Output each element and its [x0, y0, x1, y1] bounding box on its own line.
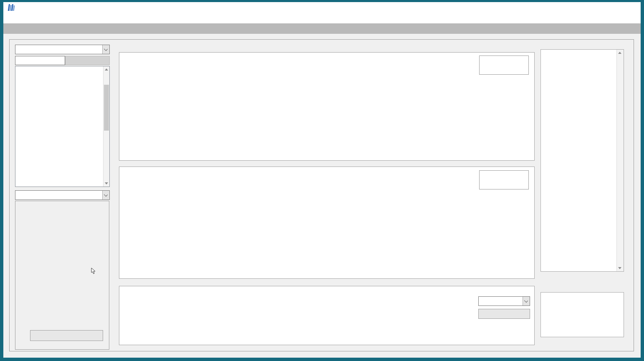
cursor-panel-scrollbar[interactable] — [616, 50, 624, 271]
chevron-down-icon[interactable] — [102, 191, 109, 199]
file-tree — [15, 66, 110, 187]
window-border-bottom — [0, 358, 644, 361]
tree-scrollbar[interactable] — [103, 66, 109, 187]
window-border-left — [0, 0, 3, 361]
menu-bar — [3, 13, 641, 23]
tab-strip — [3, 23, 641, 34]
chevron-down-icon[interactable] — [102, 45, 109, 54]
stats-panel — [540, 292, 624, 337]
file-format-combo-value — [15, 45, 102, 54]
octave-spectrum-chart[interactable] — [119, 167, 534, 278]
close-button[interactable] — [627, 5, 640, 13]
analysis-type-combo[interactable] — [15, 190, 110, 200]
minimize-button[interactable] — [589, 5, 601, 13]
scroll-up-icon[interactable] — [617, 50, 624, 56]
load-button[interactable] — [30, 330, 103, 341]
tree-scrollbar-thumb[interactable] — [104, 85, 109, 131]
app-window — [0, 0, 644, 361]
mouse-cursor — [91, 268, 96, 274]
time-waveform-panel — [119, 52, 535, 161]
channel-select-combo[interactable] — [478, 296, 530, 306]
maximize-button[interactable] — [608, 5, 621, 13]
search-input[interactable] — [15, 56, 65, 65]
octave-spectrum-panel — [119, 167, 535, 279]
scroll-down-icon[interactable] — [104, 180, 109, 187]
confirm-button[interactable] — [478, 309, 530, 319]
scroll-up-icon[interactable] — [104, 66, 109, 73]
analysis-form-groupbox — [15, 201, 109, 350]
cursor-values-panel — [540, 49, 624, 272]
analysis-type-combo-value — [15, 191, 102, 199]
title-bar — [3, 2, 641, 13]
file-format-combo[interactable] — [15, 45, 110, 54]
window-border-right — [641, 0, 644, 361]
overview-waveform-chart[interactable] — [119, 286, 534, 345]
mid-chart-legend — [479, 170, 529, 189]
app-logo-icon — [8, 4, 16, 11]
scroll-down-icon[interactable] — [617, 265, 624, 271]
chevron-down-icon[interactable] — [523, 297, 530, 305]
channel-select-value — [479, 297, 523, 305]
time-waveform-chart[interactable] — [119, 53, 534, 160]
format-button[interactable] — [65, 56, 110, 65]
top-chart-legend — [479, 56, 529, 75]
overview-waveform-panel — [119, 286, 535, 345]
